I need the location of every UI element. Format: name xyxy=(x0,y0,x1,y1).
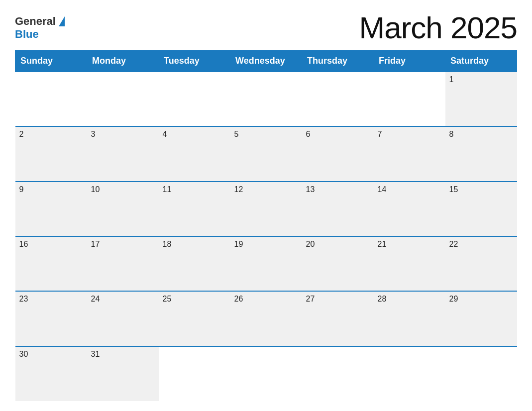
logo-general-text: General xyxy=(15,15,56,28)
day-number: 9 xyxy=(19,185,83,194)
calendar-cell: 28 xyxy=(374,291,445,346)
calendar-cell: 7 xyxy=(374,126,445,181)
calendar-cell: 30 xyxy=(15,346,87,401)
calendar-cell: 19 xyxy=(230,236,302,291)
day-number: 2 xyxy=(19,130,83,139)
calendar-cell: 5 xyxy=(230,126,302,181)
calendar-cell: 13 xyxy=(302,182,374,236)
calendar-cell: 23 xyxy=(15,291,87,346)
calendar-cell: 31 xyxy=(87,346,159,401)
calendar-cell: 16 xyxy=(15,236,87,291)
calendar-cell: 4 xyxy=(159,126,230,181)
calendar-cell: 8 xyxy=(445,126,517,181)
header-monday: Monday xyxy=(87,51,159,72)
page-header: General Blue March 2025 xyxy=(15,10,517,45)
calendar-cell xyxy=(15,72,87,126)
day-number: 10 xyxy=(91,185,155,194)
calendar-cell xyxy=(374,72,445,126)
header-saturday: Saturday xyxy=(445,51,517,72)
day-number: 21 xyxy=(378,240,441,249)
logo-triangle-icon xyxy=(59,16,65,26)
calendar-table: Sunday Monday Tuesday Wednesday Thursday… xyxy=(15,50,517,401)
calendar-cell: 20 xyxy=(302,236,374,291)
day-number: 11 xyxy=(163,185,226,194)
calendar-cell: 27 xyxy=(302,291,374,346)
day-number: 7 xyxy=(378,130,441,139)
calendar-week-row: 1 xyxy=(15,72,517,126)
calendar-cell: 10 xyxy=(87,182,159,236)
calendar-cell: 29 xyxy=(445,291,517,346)
calendar-cell: 25 xyxy=(159,291,230,346)
calendar-cell: 1 xyxy=(445,72,517,126)
day-number: 16 xyxy=(19,240,83,249)
day-number: 20 xyxy=(306,240,370,249)
calendar-header-row: Sunday Monday Tuesday Wednesday Thursday… xyxy=(15,51,517,72)
calendar-cell xyxy=(302,72,374,126)
calendar-cell: 6 xyxy=(302,126,374,181)
calendar-cell: 26 xyxy=(230,291,302,346)
calendar-week-row: 16171819202122 xyxy=(15,236,517,291)
calendar-cell: 18 xyxy=(159,236,230,291)
day-number: 6 xyxy=(306,130,370,139)
day-number: 4 xyxy=(163,130,226,139)
calendar-cell: 3 xyxy=(87,126,159,181)
calendar-cell xyxy=(87,72,159,126)
calendar-cell: 17 xyxy=(87,236,159,291)
day-number: 24 xyxy=(91,295,155,304)
calendar-cell: 9 xyxy=(15,182,87,236)
calendar-week-row: 3031 xyxy=(15,346,517,401)
header-thursday: Thursday xyxy=(302,51,374,72)
day-number: 5 xyxy=(234,130,298,139)
day-number: 13 xyxy=(306,185,370,194)
calendar-week-row: 9101112131415 xyxy=(15,182,517,236)
day-number: 15 xyxy=(449,185,513,194)
day-number: 26 xyxy=(234,295,298,304)
calendar-cell: 2 xyxy=(15,126,87,181)
day-number: 19 xyxy=(234,240,298,249)
day-number: 18 xyxy=(163,240,226,249)
day-number: 17 xyxy=(91,240,155,249)
calendar-cell: 12 xyxy=(230,182,302,236)
calendar-cell xyxy=(159,346,230,401)
day-number: 3 xyxy=(91,130,155,139)
header-sunday: Sunday xyxy=(15,51,87,72)
header-wednesday: Wednesday xyxy=(230,51,302,72)
day-number: 28 xyxy=(378,295,441,304)
calendar-cell xyxy=(159,72,230,126)
calendar-cell: 24 xyxy=(87,291,159,346)
day-number: 27 xyxy=(306,295,370,304)
day-number: 14 xyxy=(378,185,441,194)
calendar-cell: 22 xyxy=(445,236,517,291)
calendar-cell xyxy=(230,346,302,401)
header-friday: Friday xyxy=(374,51,445,72)
day-number: 1 xyxy=(449,75,513,84)
calendar-week-row: 2345678 xyxy=(15,126,517,181)
calendar-cell: 11 xyxy=(159,182,230,236)
day-number: 12 xyxy=(234,185,298,194)
calendar-week-row: 23242526272829 xyxy=(15,291,517,346)
logo: General Blue xyxy=(15,15,65,41)
header-tuesday: Tuesday xyxy=(159,51,230,72)
month-title: March 2025 xyxy=(359,10,517,45)
day-number: 29 xyxy=(449,295,513,304)
day-number: 23 xyxy=(19,295,83,304)
calendar-cell xyxy=(302,346,374,401)
calendar-cell: 15 xyxy=(445,182,517,236)
logo-blue-text: Blue xyxy=(15,28,39,41)
day-number: 22 xyxy=(449,240,513,249)
calendar-cell xyxy=(445,346,517,401)
day-number: 8 xyxy=(449,130,513,139)
day-number: 30 xyxy=(19,350,83,359)
calendar-cell xyxy=(374,346,445,401)
calendar-cell: 14 xyxy=(374,182,445,236)
calendar-cell: 21 xyxy=(374,236,445,291)
day-number: 31 xyxy=(91,350,155,359)
day-number: 25 xyxy=(163,295,226,304)
calendar-cell xyxy=(230,72,302,126)
